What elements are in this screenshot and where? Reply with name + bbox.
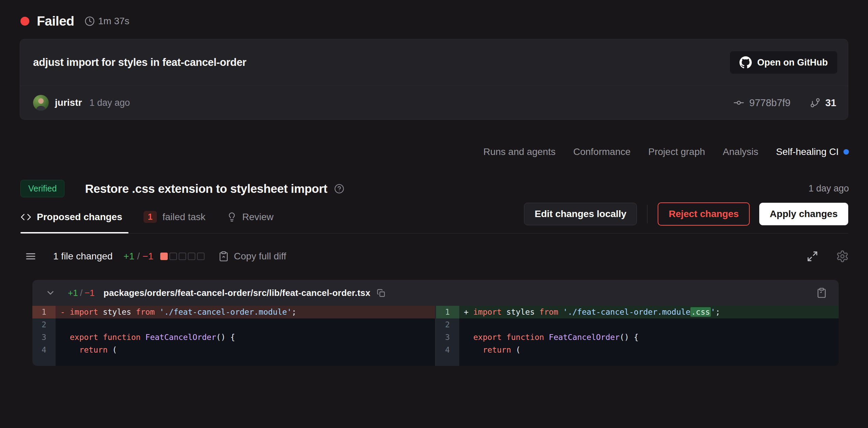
nav-analysis[interactable]: Analysis [723, 146, 758, 157]
commit-hash[interactable]: 9778b7f9 [733, 97, 791, 109]
help-icon[interactable] [334, 184, 344, 194]
diff-spacer [32, 356, 435, 366]
duration-value: 1m 37s [98, 16, 130, 27]
branch-count[interactable]: 31 [810, 97, 836, 109]
github-icon [739, 56, 752, 69]
active-nav-dot [843, 149, 849, 155]
code-line: export function FeatCancelOrder() { [459, 331, 839, 344]
file-path: packages/orders/feat-cancel-order/src/li… [104, 288, 371, 298]
tab-failed-task[interactable]: 1 failed task [144, 202, 207, 233]
diff-file-header: +1 / −1 packages/orders/feat-cancel-orde… [32, 280, 839, 306]
diff-pane-before: 1- import styles from './feat-cancel-ord… [32, 306, 436, 366]
code-line: - import styles from './feat-cancel-orde… [56, 306, 435, 318]
meter-box [169, 253, 177, 260]
diff-ratio-meter [160, 253, 205, 260]
line-number: 4 [32, 344, 56, 356]
commit-meta: 9778b7f9 31 [733, 97, 836, 109]
copy-file-diff-icon[interactable] [816, 287, 827, 298]
diff-line: 3 export function FeatCancelOrder() { [32, 331, 435, 344]
tab-proposed-changes[interactable]: Proposed changes [20, 203, 124, 233]
commit-message: adjust import for styles in feat-cancel-… [33, 56, 246, 69]
additions-count: +1 [123, 251, 134, 262]
meter-box [188, 253, 195, 260]
line-number: 2 [32, 318, 56, 331]
nav-conformance[interactable]: Conformance [573, 146, 630, 157]
code-line: export function FeatCancelOrder() { [56, 331, 435, 344]
diff-line: 4 return ( [32, 344, 435, 356]
author-name[interactable]: juristr [55, 97, 82, 108]
line-number: 2 [436, 318, 459, 331]
diff-line: 1+ import styles from './feat-cancel-ord… [436, 306, 839, 318]
commit-hash-value: 9778b7f9 [749, 97, 791, 109]
failed-status-dot [20, 17, 29, 26]
fix-title: Restore .css extension to stylesheet imp… [85, 182, 327, 196]
code-line [459, 318, 839, 331]
git-branch-icon [810, 97, 821, 108]
gear-icon[interactable] [836, 250, 849, 263]
tab-failed-task-label: failed task [162, 212, 205, 223]
commit-time: 1 day ago [89, 98, 130, 108]
diff-line: 4 return ( [436, 344, 839, 356]
diff-body: 1- import styles from './feat-cancel-ord… [32, 306, 839, 366]
diff-line: 2 [436, 318, 839, 331]
fix-heading-row: Verified Restore .css extension to style… [0, 157, 868, 197]
author-cluster: juristr 1 day ago [33, 95, 130, 111]
lightbulb-icon [227, 212, 237, 222]
code-line: + import styles from './feat-cancel-orde… [459, 306, 839, 318]
tab-review[interactable]: Review [227, 203, 275, 233]
actions-divider [647, 205, 647, 223]
tabs: Proposed changes 1 failed task Review [20, 202, 275, 233]
line-number: 1 [436, 306, 459, 318]
file-list-menu-icon[interactable] [25, 250, 37, 262]
line-number: 3 [436, 331, 459, 344]
commit-card: adjust import for styles in feat-cancel-… [20, 39, 848, 120]
line-number: 4 [436, 344, 459, 356]
self-healing-ci-page: Failed 1m 37s adjust import for styles i… [0, 0, 868, 428]
code-line: return ( [459, 344, 839, 356]
reject-changes-button[interactable]: Reject changes [658, 202, 749, 226]
copy-path-icon[interactable] [376, 288, 386, 298]
commit-card-header: adjust import for styles in feat-cancel-… [20, 39, 848, 86]
open-on-github-button[interactable]: Open on GitHub [730, 51, 838, 74]
verified-badge: Verified [20, 180, 64, 197]
copy-full-diff-label: Copy full diff [234, 251, 286, 262]
meter-box [179, 253, 186, 260]
fix-actions: Edit changes locally Reject changes Appl… [524, 202, 848, 233]
avatar [33, 95, 49, 111]
github-button-label: Open on GitHub [757, 57, 828, 68]
fix-time: 1 day ago [808, 183, 849, 194]
tab-review-label: Review [242, 212, 274, 223]
diff-spacer [436, 356, 839, 366]
expand-icon[interactable] [807, 251, 818, 262]
nav-self-healing-ci[interactable]: Self-healing CI [776, 146, 849, 157]
nav-project-graph[interactable]: Project graph [648, 146, 705, 157]
line-number: 3 [32, 331, 56, 344]
file-deletions: −1 [85, 288, 95, 298]
duration: 1m 37s [85, 16, 130, 27]
diff-card: +1 / −1 packages/orders/feat-cancel-orde… [32, 280, 839, 366]
diff-line: 2 [32, 318, 435, 331]
diff-stats: +1 / −1 [123, 251, 153, 262]
chevron-down-icon[interactable] [45, 288, 56, 298]
code-icon [20, 212, 31, 223]
clipboard-icon [218, 251, 229, 262]
line-number: 1 [32, 306, 56, 318]
nav-self-healing-ci-label: Self-healing CI [776, 146, 839, 157]
tab-proposed-changes-label: Proposed changes [37, 212, 122, 223]
copy-full-diff-button[interactable]: Copy full diff [218, 251, 286, 262]
branch-count-value: 31 [825, 97, 836, 109]
apply-changes-button[interactable]: Apply changes [759, 203, 848, 225]
meter-box [197, 253, 205, 260]
status-label: Failed [37, 14, 74, 29]
clock-icon [85, 16, 95, 26]
nav-runs-and-agents[interactable]: Runs and agents [483, 146, 556, 157]
code-line: return ( [56, 344, 435, 356]
status-row: Failed 1m 37s [0, 0, 868, 29]
failed-task-count-badge: 1 [144, 211, 157, 223]
edit-changes-locally-button[interactable]: Edit changes locally [524, 203, 637, 225]
diff-line: 1- import styles from './feat-cancel-ord… [32, 306, 435, 318]
file-stats-separator: / [80, 288, 83, 298]
tabbar-row: Proposed changes 1 failed task Review Ed… [20, 202, 848, 233]
files-changed-label: 1 file changed [53, 251, 113, 262]
stats-separator: / [137, 251, 140, 262]
